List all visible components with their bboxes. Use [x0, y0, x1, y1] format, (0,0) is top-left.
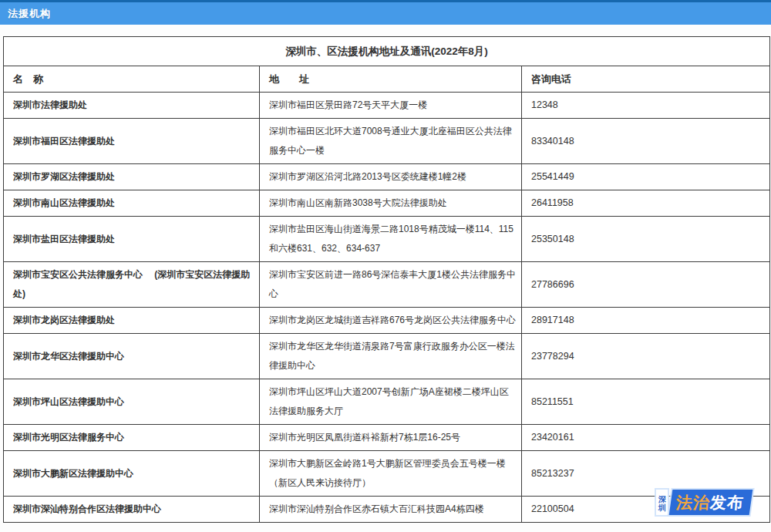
header-main-bar: 法援机构: [0, 2, 771, 25]
table-row: 深圳市坪山区法律援助中心 深圳市坪山区坪山大道2007号创新广场A座裙楼二楼坪山…: [4, 379, 770, 425]
institution-phone-cell: 26411958: [522, 190, 770, 217]
institution-name-cell: 深圳市盐田区法律援助处: [4, 217, 260, 262]
table-title-row: 深圳市、区法援机构地址及通讯(2022年8月): [4, 37, 770, 66]
institution-name-cell: 深圳市龙岗区法律援助处: [4, 308, 260, 334]
institution-name-cell: 深圳市大鹏新区法律援助中心: [4, 451, 260, 497]
watermark-brand-rest: 发布: [709, 493, 745, 511]
institution-address-cell: 深圳市南山区南新路3038号大院法律援助处: [260, 190, 522, 217]
aid-table-body: 深圳市法律援助处 深圳市福田区景田路72号天平大厦一楼 12348 深圳市福田区…: [4, 93, 770, 523]
institution-phone-cell: 12348: [522, 93, 770, 119]
institution-phone-cell: 85211551: [522, 379, 770, 425]
institution-phone-cell: 83340148: [522, 119, 770, 164]
institution-address-cell: 深圳市深汕特别合作区赤石镇大百汇科技园A4栋四楼: [260, 497, 522, 523]
institution-name-cell: 深圳市坪山区法律援助中心: [4, 379, 260, 425]
institution-address-cell: 深圳市大鹏新区金岭路1号大鹏新区管理委员会五号楼一楼 （新区人民来访接待厅）: [260, 451, 522, 497]
table-row: 深圳市龙岗区法律援助处 深圳市龙岗区龙城街道吉祥路676号龙岗区公共法律服务中心…: [4, 308, 770, 334]
table-row: 深圳市盐田区法律援助处 深圳市盐田区海山街道海景二路1018号精茂城一楼114、…: [4, 217, 770, 262]
watermark-brand-text: 法治发布: [675, 492, 745, 513]
institution-name-cell: 深圳市罗湖区法律援助处: [4, 164, 260, 190]
table-row: 深圳市龙华区法律援助中心 深圳市龙华区龙华街道清泉路7号富康行政服务办公区一楼法…: [4, 334, 770, 379]
table-row: 深圳市光明区法律服务中心 深圳市光明区凤凰街道科裕新村7栋1层16-25号 23…: [4, 425, 770, 451]
table-row: 深圳市法律援助处 深圳市福田区景田路72号天平大厦一楼 12348: [4, 93, 770, 119]
institution-address-cell: 深圳市宝安区前进一路86号深信泰丰大厦1楼公共法律服务中 心: [260, 262, 522, 308]
shenzhen-fazhi-fabu-watermark: 深圳 法治发布: [656, 490, 751, 515]
institution-address-cell: 深圳市光明区凤凰街道科裕新村7栋1层16-25号: [260, 425, 522, 451]
table-row: 深圳市罗湖区法律援助处 深圳市罗湖区沿河北路2013号区委统建楼1幢2楼 255…: [4, 164, 770, 190]
legal-aid-table: 深圳市、区法援机构地址及通讯(2022年8月) 名 称 地 址 咨询电话 深圳市…: [3, 36, 770, 523]
institution-address-cell: 深圳市福田区景田路72号天平大厦一楼: [260, 93, 522, 119]
institution-phone-cell: 25541449: [522, 164, 770, 190]
column-header-name: 名 称: [4, 66, 260, 93]
institution-name-cell: 深圳市宝安区公共法律服务中心 (深圳市宝安区法律援助 处): [4, 262, 260, 308]
table-row: 深圳市大鹏新区法律援助中心 深圳市大鹏新区金岭路1号大鹏新区管理委员会五号楼一楼…: [4, 451, 770, 497]
section-title: 法援机构: [8, 7, 51, 21]
table-header-row: 名 称 地 址 咨询电话: [4, 66, 770, 93]
institution-name-cell: 深圳市光明区法律服务中心: [4, 425, 260, 451]
watermark-brand-highlight: 法治: [675, 493, 711, 511]
institution-address-cell: 深圳市福田区北环大道7008号通业大厦北座福田区公共法律 服务中心一楼: [260, 119, 522, 164]
institution-phone-cell: 28917148: [522, 308, 770, 334]
institution-address-cell: 深圳市盐田区海山街道海景二路1018号精茂城一楼114、115 和六楼631、6…: [260, 217, 522, 262]
institution-name-cell: 深圳市龙华区法律援助中心: [4, 334, 260, 379]
watermark-city-label: 深圳: [656, 490, 668, 515]
section-header-bar: 法援机构: [0, 0, 771, 25]
institution-name-cell: 深圳市深汕特别合作区法律援助中心: [4, 497, 260, 523]
institution-phone-cell: 23778294: [522, 334, 770, 379]
table-row: 深圳市宝安区公共法律服务中心 (深圳市宝安区法律援助 处) 深圳市宝安区前进一路…: [4, 262, 770, 308]
institution-phone-cell: 27786696: [522, 262, 770, 308]
institution-name-cell: 深圳市法律援助处: [4, 93, 260, 119]
table-row: 深圳市福田区法律援助处 深圳市福田区北环大道7008号通业大厦北座福田区公共法律…: [4, 119, 770, 164]
table-row: 深圳市南山区法律援助处 深圳市南山区南新路3038号大院法律援助处 264119…: [4, 190, 770, 217]
table-row: 深圳市深汕特别合作区法律援助中心 深圳市深汕特别合作区赤石镇大百汇科技园A4栋四…: [4, 497, 770, 523]
column-header-address: 地 址: [260, 66, 522, 93]
institution-address-cell: 深圳市罗湖区沿河北路2013号区委统建楼1幢2楼: [260, 164, 522, 190]
watermark-brand-box: 法治发布: [669, 490, 753, 515]
table-title: 深圳市、区法援机构地址及通讯(2022年8月): [4, 37, 770, 66]
institution-address-cell: 深圳市龙华区龙华街道清泉路7号富康行政服务办公区一楼法 律援助中心: [260, 334, 522, 379]
institution-address-cell: 深圳市坪山区坪山大道2007号创新广场A座裙楼二楼坪山区 法律援助服务大厅: [260, 379, 522, 425]
column-header-phone: 咨询电话: [522, 66, 770, 93]
institution-phone-cell: 25350148: [522, 217, 770, 262]
institution-address-cell: 深圳市龙岗区龙城街道吉祥路676号龙岗区公共法律服务中心: [260, 308, 522, 334]
institution-name-cell: 深圳市福田区法律援助处: [4, 119, 260, 164]
institution-name-cell: 深圳市南山区法律援助处: [4, 190, 260, 217]
institution-phone-cell: 23420161: [522, 425, 770, 451]
